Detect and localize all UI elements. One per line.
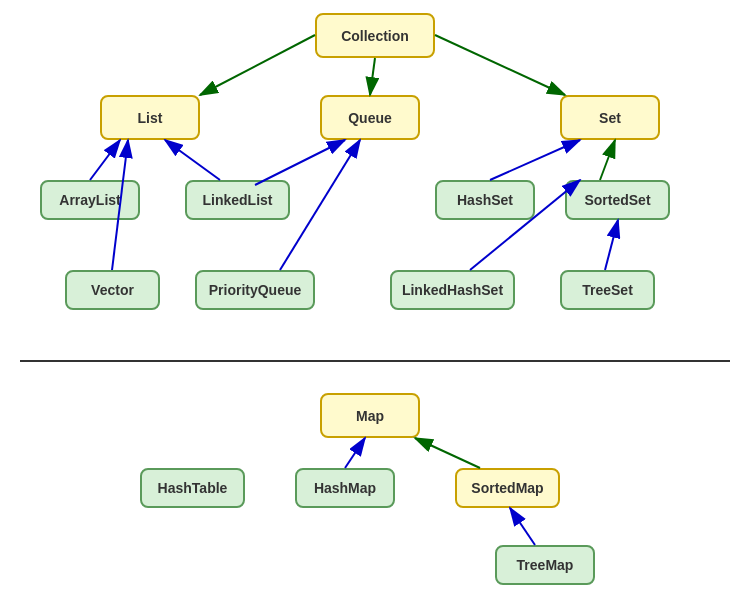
svg-line-3 bbox=[200, 35, 315, 95]
svg-line-15 bbox=[345, 438, 365, 468]
node-arraylist: ArrayList bbox=[40, 180, 140, 220]
svg-line-8 bbox=[255, 140, 345, 185]
node-set: Set bbox=[560, 95, 660, 140]
svg-line-6 bbox=[90, 140, 120, 180]
svg-line-12 bbox=[600, 140, 615, 180]
svg-line-16 bbox=[415, 438, 480, 468]
node-vector: Vector bbox=[65, 270, 160, 310]
svg-line-17 bbox=[510, 508, 535, 545]
node-hashtable: HashTable bbox=[140, 468, 245, 508]
svg-line-4 bbox=[370, 58, 375, 95]
node-sortedset: SortedSet bbox=[565, 180, 670, 220]
svg-line-7 bbox=[165, 140, 220, 180]
node-linkedlist: LinkedList bbox=[185, 180, 290, 220]
node-hashset: HashSet bbox=[435, 180, 535, 220]
node-linkedhashset: LinkedHashSet bbox=[390, 270, 515, 310]
node-sortedmap: SortedMap bbox=[455, 468, 560, 508]
node-treeset: TreeSet bbox=[560, 270, 655, 310]
node-priorityqueue: PriorityQueue bbox=[195, 270, 315, 310]
node-queue: Queue bbox=[320, 95, 420, 140]
svg-line-5 bbox=[435, 35, 565, 95]
node-treemap: TreeMap bbox=[495, 545, 595, 585]
svg-line-9 bbox=[280, 140, 360, 270]
node-collection: Collection bbox=[315, 13, 435, 58]
node-hashmap: HashMap bbox=[295, 468, 395, 508]
section-divider bbox=[20, 360, 730, 362]
node-map: Map bbox=[320, 393, 420, 438]
node-list: List bbox=[100, 95, 200, 140]
svg-line-14 bbox=[605, 220, 618, 270]
svg-line-11 bbox=[490, 140, 580, 180]
